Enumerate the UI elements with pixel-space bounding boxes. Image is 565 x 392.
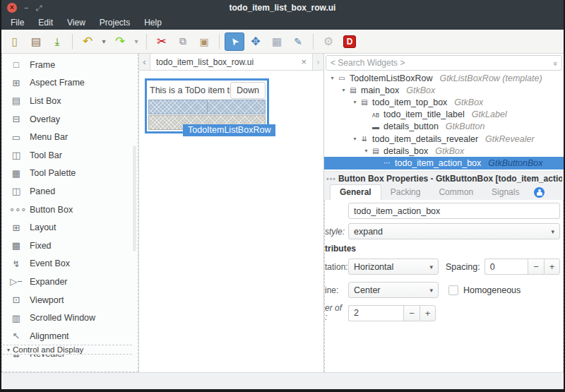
- scrolled-window-icon: ▥: [9, 313, 23, 323]
- save-project-button[interactable]: ⤓: [47, 32, 67, 51]
- design-area: This is a ToDo item title Down TodoItemL…: [139, 71, 323, 372]
- palette-item-tool-bar[interactable]: ◫ Tool Bar: [2, 146, 138, 165]
- palette-item-list-box[interactable]: ▤ List Box: [2, 92, 138, 110]
- glade-window: × − ⤢ todo_item_list_box_row.ui File Edi…: [0, 0, 565, 392]
- palette-item-expander[interactable]: ▷− Expander: [2, 273, 138, 291]
- tree-row-details_button[interactable]: ▬ details_button GtkButton: [324, 121, 564, 133]
- palette-scrollbar[interactable]: [133, 145, 136, 251]
- layout-style-select[interactable]: expand ▾: [348, 223, 560, 239]
- spacing-increment-button[interactable]: +: [544, 259, 560, 275]
- preferences-button[interactable]: ⚙: [319, 32, 338, 51]
- palette-item-tool-palette[interactable]: ▦ Tool Palette: [2, 165, 138, 183]
- new-project-button[interactable]: ▯: [5, 32, 25, 51]
- cut-button[interactable]: ✂: [152, 32, 172, 51]
- palette-item-aspect-frame[interactable]: ⊞ Aspect Frame: [2, 74, 138, 93]
- palette-item-fixed[interactable]: ▩ Fixed: [2, 237, 138, 255]
- accessibility-tab-icon[interactable]: [534, 187, 545, 198]
- palette-item-alignment[interactable]: ↖ Alignment: [2, 327, 138, 345]
- palette-item-menu-bar[interactable]: ▭ Menu Bar: [2, 128, 138, 146]
- redo-menu-button[interactable]: ▾: [131, 32, 141, 51]
- tree-row-todo_item_top_box[interactable]: ▾ ▤ todo_item_top_box GtkBox: [324, 96, 564, 108]
- properties-tabs: General Packing Common Signals: [324, 184, 564, 200]
- properties-tab-signals[interactable]: Signals: [482, 185, 528, 200]
- box-icon: ▤: [359, 98, 370, 106]
- palette-item-button-box[interactable]: ∘∘∘ Button Box: [2, 201, 138, 219]
- tree-row-main_box[interactable]: ▾ ▤ main_box GtkBox: [324, 84, 564, 96]
- number-of-items-input[interactable]: 2: [348, 305, 403, 321]
- orientation-label: tation:: [325, 262, 348, 272]
- button-box-cell-2[interactable]: [208, 100, 266, 114]
- margin-edit-tool-button[interactable]: ▦: [267, 32, 287, 51]
- status-bar: [1, 372, 564, 389]
- tree-expander-icon[interactable]: ▾: [328, 75, 336, 81]
- palette-item-overlay[interactable]: ⊟ Overlay: [2, 110, 138, 129]
- tree-row-todo_item_action_box[interactable]: ⋯ todo_item_action_box GtkButtonBox: [324, 157, 564, 169]
- properties-tab-common[interactable]: Common: [429, 185, 482, 200]
- palette-item-layout[interactable]: ⊞ Layout: [2, 218, 138, 237]
- menu-item-edit[interactable]: Edit: [32, 16, 59, 29]
- properties-panel: ∘∘∘ Button Box Properties - GtkButtonBox…: [324, 172, 564, 372]
- selector-tool-button[interactable]: ➤: [225, 32, 244, 51]
- move-arrows-icon: ✥: [251, 35, 260, 48]
- baseline-select[interactable]: Center ▾: [348, 282, 439, 298]
- tab-todo-item-list-box-row[interactable]: todo_item_list_box_row.ui ×: [150, 54, 313, 70]
- button-box-cell-1[interactable]: [149, 100, 208, 114]
- homogeneous-checkbox[interactable]: [448, 285, 458, 295]
- widget-id-input[interactable]: todo_item_action_box: [348, 203, 560, 219]
- tree-row-todoitemlistboxrow[interactable]: ▾ ▭ TodoItemListBoxRow GtkListBoxRow (te…: [324, 72, 564, 84]
- properties-tab-packing[interactable]: Packing: [381, 185, 430, 200]
- scissors-icon: ✂: [157, 35, 166, 48]
- next-tab-button[interactable]: ›: [313, 54, 323, 70]
- close-tab-icon[interactable]: ×: [301, 57, 307, 67]
- paste-button[interactable]: ▣: [194, 32, 214, 51]
- tree-expander-icon[interactable]: ▾: [351, 136, 359, 142]
- devhelp-button[interactable]: D: [340, 32, 359, 51]
- tree-row-todo_item_title_label[interactable]: ᴀʙ todo_item_title_label GtkLabel: [324, 109, 564, 121]
- spacing-label: Spacing:: [446, 262, 480, 272]
- tree-expander-icon[interactable]: ▾: [362, 148, 370, 154]
- menu-item-file[interactable]: File: [4, 16, 30, 29]
- redo-arrow-icon: ↷: [115, 34, 125, 49]
- align-edit-tool-button[interactable]: ✎: [288, 32, 308, 51]
- buttonbox-icon: ⋯: [381, 159, 393, 167]
- menu-item-view[interactable]: View: [61, 16, 92, 29]
- menu-item-projects[interactable]: Projects: [93, 16, 136, 29]
- palette-item-frame[interactable]: □ Frame: [2, 56, 138, 74]
- attributes-section-header: tributes: [325, 244, 560, 254]
- undo-menu-button[interactable]: ▾: [99, 32, 109, 51]
- expand-collapse-icon[interactable]: »: [552, 61, 560, 64]
- palette-section-control-and-display[interactable]: ▾ Control and Display: [3, 345, 132, 355]
- copy-button[interactable]: ⧉: [173, 32, 193, 51]
- palette-item-viewport[interactable]: ⊡ Viewport: [2, 291, 138, 309]
- palette-item-scrolled-window[interactable]: ▥ Scrolled Window: [2, 309, 138, 327]
- properties-tab-general[interactable]: General: [330, 184, 381, 200]
- baseline-label: ine:: [325, 285, 348, 295]
- devhelp-icon: D: [343, 35, 356, 48]
- tree-expander-icon[interactable]: ▾: [340, 87, 347, 93]
- menu-item-help[interactable]: Help: [138, 16, 168, 29]
- todo-item-title-label-preview[interactable]: This is a ToDo item title: [148, 85, 241, 95]
- number-decrement-button[interactable]: −: [403, 305, 420, 321]
- button-box-placeholder[interactable]: [148, 100, 266, 114]
- details-button-preview[interactable]: Down: [230, 82, 266, 99]
- number-increment-button[interactable]: +: [420, 305, 436, 321]
- box-icon: ▤: [370, 147, 381, 155]
- palette-item-event-box[interactable]: ↯ Event Box: [2, 255, 138, 273]
- redo-button[interactable]: ↷: [110, 32, 130, 51]
- undo-button[interactable]: ↶: [78, 32, 97, 51]
- tree-expander-icon[interactable]: ▾: [351, 99, 359, 105]
- palette-item-paned[interactable]: ◫ Paned: [2, 182, 138, 201]
- drag-resize-tool-button[interactable]: ✥: [246, 32, 266, 51]
- tool-palette-icon: ▦: [9, 168, 23, 179]
- tree-row-todo_item_details_revealer[interactable]: ▾ ⇊ todo_item_details_revealer GtkReveal…: [324, 133, 564, 145]
- spacing-input[interactable]: 0: [484, 259, 528, 275]
- spacing-decrement-button[interactable]: −: [528, 259, 544, 275]
- search-widgets-input[interactable]: < Search Widgets > »: [326, 55, 562, 71]
- layout-icon: ⊞: [9, 222, 23, 233]
- prev-tab-button[interactable]: ‹: [139, 54, 150, 70]
- new-file-icon: ▯: [12, 35, 18, 48]
- tree-row-details_box[interactable]: ▾ ▤ details_box GtkBox: [324, 145, 564, 157]
- orientation-select[interactable]: Horizontal ▾: [348, 259, 439, 275]
- open-project-button[interactable]: ▤: [26, 32, 46, 51]
- design-canvas: ‹ todo_item_list_box_row.ui × › This is …: [138, 54, 324, 372]
